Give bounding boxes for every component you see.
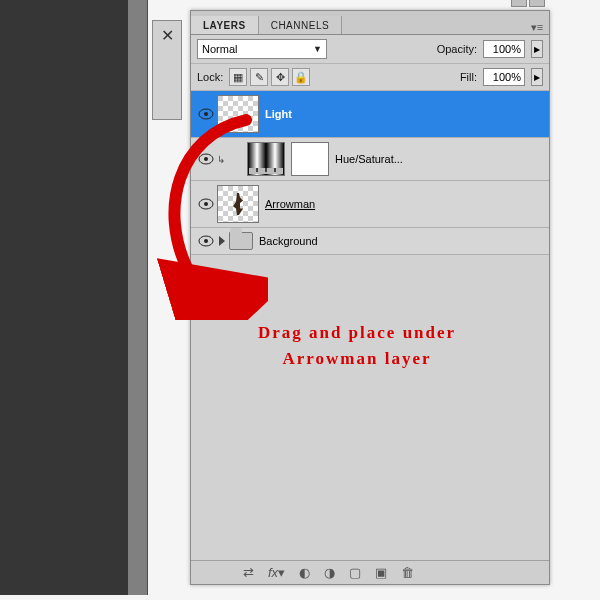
lock-row: Lock: ▦ ✎ ✥ 🔒 Fill: 100% ▶ xyxy=(191,64,549,91)
svg-point-5 xyxy=(204,202,208,206)
visibility-toggle[interactable] xyxy=(195,153,217,165)
layer-row-light[interactable]: Light xyxy=(191,91,549,138)
group-disclosure-icon[interactable] xyxy=(219,236,225,246)
layer-thumbnail[interactable] xyxy=(217,185,259,223)
layers-panel-footer: ⇄ fx▾ ◐ ◑ ▢ ▣ 🗑 xyxy=(191,560,549,584)
opacity-label: Opacity: xyxy=(437,43,477,55)
lock-label: Lock: xyxy=(197,71,223,83)
layer-list: Light ↳ Hue/Saturat... xyxy=(191,91,549,255)
fill-flyout-icon[interactable]: ▶ xyxy=(531,68,543,86)
eye-icon xyxy=(198,198,214,210)
annotation-line-2: Arrowman layer xyxy=(232,346,482,372)
layer-row-hue-saturation[interactable]: ↳ Hue/Saturat... xyxy=(191,138,549,181)
layers-panel: LAYERS CHANNELS ▾≡ Normal ▼ Opacity: 100… xyxy=(190,10,550,585)
opacity-flyout-icon[interactable]: ▶ xyxy=(531,40,543,58)
new-layer-icon[interactable]: ▣ xyxy=(375,565,387,580)
tab-layers[interactable]: LAYERS xyxy=(191,16,259,34)
fill-label: Fill: xyxy=(460,71,477,83)
blend-mode-select[interactable]: Normal ▼ xyxy=(197,39,327,59)
document-canvas xyxy=(0,0,128,595)
visibility-toggle[interactable] xyxy=(195,198,217,210)
svg-point-1 xyxy=(204,112,208,116)
visibility-toggle[interactable] xyxy=(195,235,217,247)
eye-icon xyxy=(198,108,214,120)
new-group-icon[interactable]: ▢ xyxy=(349,565,361,580)
visibility-toggle[interactable] xyxy=(195,108,217,120)
layer-row-background-group[interactable]: Background xyxy=(191,228,549,255)
svg-point-7 xyxy=(204,239,208,243)
new-adjustment-icon[interactable]: ◑ xyxy=(324,565,335,580)
chevron-down-icon: ▼ xyxy=(313,44,322,54)
layer-row-arrowman[interactable]: Arrowman xyxy=(191,181,549,228)
blend-mode-value: Normal xyxy=(202,43,237,55)
layer-name-label: Arrowman xyxy=(265,198,315,210)
fill-input[interactable]: 100% xyxy=(483,68,525,86)
panel-tabbar: LAYERS CHANNELS ▾≡ xyxy=(191,11,549,35)
annotation-line-1: Drag and place under xyxy=(232,320,482,346)
delete-layer-icon[interactable]: 🗑 xyxy=(401,565,414,580)
eye-icon xyxy=(198,153,214,165)
lock-pixels-icon[interactable]: ✎ xyxy=(250,68,268,86)
tab-channels[interactable]: CHANNELS xyxy=(259,16,342,34)
toolbar-strip: ✕ xyxy=(152,20,182,120)
workspace-splitter xyxy=(0,0,148,595)
panel-menu-icon[interactable]: ▾≡ xyxy=(525,21,549,34)
tool-utilities-icon[interactable]: ✕ xyxy=(153,21,181,49)
layer-name-label: Hue/Saturat... xyxy=(335,153,403,165)
link-layers-icon[interactable]: ⇄ xyxy=(243,565,254,580)
opacity-input[interactable]: 100% xyxy=(483,40,525,58)
lock-all-icon[interactable]: 🔒 xyxy=(292,68,310,86)
panel-collapse-buttons[interactable] xyxy=(511,0,545,7)
add-mask-icon[interactable]: ◐ xyxy=(299,565,310,580)
blend-row: Normal ▼ Opacity: 100% ▶ xyxy=(191,35,549,64)
svg-point-3 xyxy=(204,157,208,161)
adjustment-thumbnail[interactable] xyxy=(247,142,285,176)
folder-icon[interactable] xyxy=(229,232,253,250)
fill-value: 100% xyxy=(493,71,521,83)
clipping-indicator-icon: ↳ xyxy=(217,154,225,165)
annotation-text: Drag and place under Arrowman layer xyxy=(232,320,482,371)
layer-name-label: Light xyxy=(265,108,292,120)
panel-grip-icon[interactable] xyxy=(529,0,545,7)
panel-minimize-icon[interactable] xyxy=(511,0,527,7)
lock-position-icon[interactable]: ✥ xyxy=(271,68,289,86)
mask-thumbnail[interactable] xyxy=(291,142,329,176)
layer-effects-icon[interactable]: fx▾ xyxy=(268,565,285,580)
opacity-value: 100% xyxy=(493,43,521,55)
eye-icon xyxy=(198,235,214,247)
lock-transparency-icon[interactable]: ▦ xyxy=(229,68,247,86)
layer-thumbnail[interactable] xyxy=(217,95,259,133)
layer-name-label: Background xyxy=(259,235,318,247)
